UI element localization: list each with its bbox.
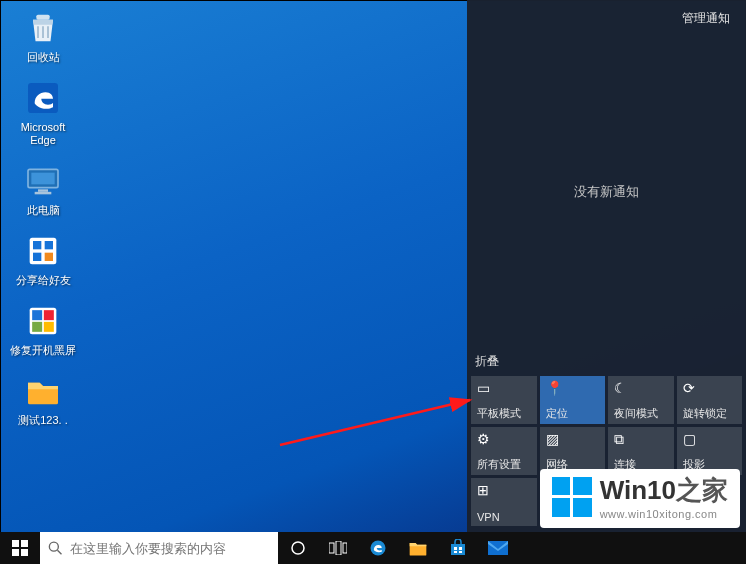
search-box[interactable] bbox=[40, 532, 278, 564]
svg-rect-19 bbox=[12, 549, 19, 556]
test-folder-icon[interactable]: 测试123. . bbox=[8, 371, 78, 427]
watermark-suffix: 之家 bbox=[676, 475, 728, 505]
recycle-bin-glyph bbox=[23, 8, 63, 48]
svg-line-16 bbox=[280, 400, 470, 445]
this-pc-icon[interactable]: 此电脑 bbox=[8, 161, 78, 217]
moon-icon: ☾ bbox=[614, 380, 668, 396]
svg-rect-14 bbox=[32, 322, 42, 332]
svg-rect-12 bbox=[32, 310, 42, 320]
share-app-glyph bbox=[23, 231, 63, 271]
svg-rect-24 bbox=[329, 543, 334, 553]
recycle-bin-label: 回收站 bbox=[8, 51, 78, 64]
task-view-icon bbox=[329, 541, 347, 555]
start-button[interactable] bbox=[0, 532, 40, 564]
project-icon: ▢ bbox=[683, 431, 737, 447]
repair-app-label: 修复开机黑屏 bbox=[8, 344, 78, 357]
taskbar-explorer[interactable] bbox=[398, 532, 438, 564]
svg-rect-17 bbox=[12, 540, 19, 547]
connect-icon: ⧉ bbox=[614, 431, 668, 447]
mail-icon bbox=[488, 541, 508, 555]
repair-app-glyph bbox=[23, 301, 63, 341]
folder-icon bbox=[408, 539, 428, 557]
cortana-icon bbox=[290, 540, 306, 556]
svg-rect-5 bbox=[35, 192, 52, 195]
svg-rect-18 bbox=[21, 540, 28, 547]
taskbar-edge[interactable] bbox=[358, 532, 398, 564]
edge-icon[interactable]: Microsoft Edge bbox=[8, 78, 78, 147]
svg-rect-20 bbox=[21, 549, 28, 556]
desktop: 回收站 Microsoft Edge 此电脑 分享给好友 修复开机黑屏 bbox=[0, 0, 746, 564]
collapse-link[interactable]: 折叠 bbox=[467, 347, 746, 376]
tile-tablet-mode[interactable]: ▭ 平板模式 bbox=[471, 376, 537, 424]
svg-rect-10 bbox=[45, 253, 53, 261]
action-center: 管理通知 没有新通知 折叠 ▭ 平板模式 📍 定位 ☾ 夜间模式 ⟳ 旋转锁定 … bbox=[467, 0, 746, 532]
test-folder-label: 测试123. . bbox=[8, 414, 78, 427]
taskbar bbox=[0, 532, 746, 564]
watermark-url: www.win10xitong.com bbox=[600, 508, 728, 520]
svg-rect-28 bbox=[488, 541, 508, 555]
tile-night-mode[interactable]: ☾ 夜间模式 bbox=[608, 376, 674, 424]
settings-icon: ⚙ bbox=[477, 431, 531, 447]
location-icon: 📍 bbox=[546, 380, 600, 396]
search-icon bbox=[48, 540, 62, 556]
rotation-icon: ⟳ bbox=[683, 380, 737, 396]
watermark-brand: Win10 bbox=[600, 475, 676, 505]
taskbar-mail[interactable] bbox=[478, 532, 518, 564]
win10-logo-icon bbox=[552, 477, 592, 517]
folder-glyph bbox=[23, 371, 63, 411]
repair-app-icon[interactable]: 修复开机黑屏 bbox=[8, 301, 78, 357]
svg-rect-25 bbox=[336, 541, 341, 555]
svg-rect-13 bbox=[44, 310, 54, 320]
this-pc-label: 此电脑 bbox=[8, 204, 78, 217]
watermark: Win10之家 www.win10xitong.com bbox=[540, 469, 740, 528]
no-notifications-text: 没有新通知 bbox=[467, 37, 746, 347]
vpn-icon: ⊞ bbox=[477, 482, 531, 498]
network-icon: ▨ bbox=[546, 431, 600, 447]
edge-glyph bbox=[23, 78, 63, 118]
share-app-label: 分享给好友 bbox=[8, 274, 78, 287]
task-view-button[interactable] bbox=[318, 532, 358, 564]
desktop-icons: 回收站 Microsoft Edge 此电脑 分享给好友 修复开机黑屏 bbox=[8, 8, 88, 441]
tile-rotation-lock[interactable]: ⟳ 旋转锁定 bbox=[677, 376, 743, 424]
recycle-bin-icon[interactable]: 回收站 bbox=[8, 8, 78, 64]
svg-line-22 bbox=[57, 550, 61, 554]
tile-connect[interactable]: ⧉ 连接 bbox=[608, 427, 674, 475]
svg-rect-0 bbox=[36, 15, 49, 20]
svg-rect-3 bbox=[31, 173, 54, 185]
share-app-icon[interactable]: 分享给好友 bbox=[8, 231, 78, 287]
tile-location[interactable]: 📍 定位 bbox=[540, 376, 606, 424]
tile-all-settings[interactable]: ⚙ 所有设置 bbox=[471, 427, 537, 475]
svg-point-23 bbox=[292, 542, 304, 554]
windows-icon bbox=[12, 540, 28, 556]
tile-network[interactable]: ▨ 网络 bbox=[540, 427, 606, 475]
tablet-icon: ▭ bbox=[477, 380, 531, 396]
manage-notifications-link[interactable]: 管理通知 bbox=[467, 0, 746, 37]
cortana-button[interactable] bbox=[278, 532, 318, 564]
search-input[interactable] bbox=[70, 541, 270, 556]
tile-vpn[interactable]: ⊞ VPN bbox=[471, 478, 537, 526]
this-pc-glyph bbox=[23, 161, 63, 201]
svg-rect-15 bbox=[44, 322, 54, 332]
svg-rect-4 bbox=[38, 189, 48, 192]
svg-rect-8 bbox=[45, 241, 53, 249]
store-icon bbox=[449, 539, 467, 557]
svg-rect-7 bbox=[33, 241, 41, 249]
svg-point-21 bbox=[49, 542, 58, 551]
tile-project[interactable]: ▢ 投影 bbox=[677, 427, 743, 475]
annotation-arrow bbox=[275, 395, 495, 455]
svg-rect-26 bbox=[343, 543, 347, 553]
svg-rect-9 bbox=[33, 253, 41, 261]
taskbar-store[interactable] bbox=[438, 532, 478, 564]
edge-icon bbox=[368, 538, 388, 558]
edge-label: Microsoft Edge bbox=[8, 121, 78, 147]
